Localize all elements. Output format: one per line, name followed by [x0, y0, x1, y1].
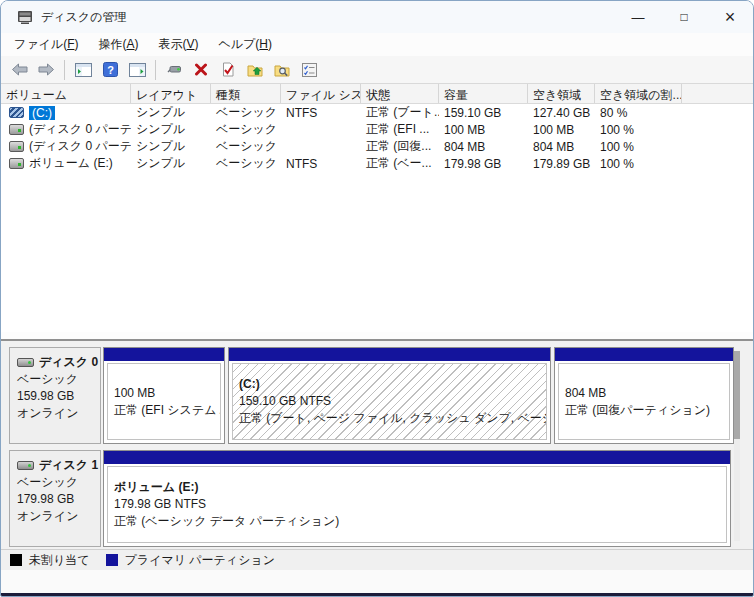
disk-status: オンライン [17, 508, 98, 525]
disk-0-row: ディスク 0 ベーシック 159.98 GB オンライン 100 MB 正常 (… [9, 347, 753, 444]
unallocated-label: 未割り当て [29, 552, 90, 569]
volume-name: (C:) [29, 106, 55, 120]
scrollbar-thumb[interactable] [734, 351, 740, 439]
status-cell: 正常 (EFI ... [361, 121, 439, 138]
volume-name-cell: ボリューム (E:) [1, 155, 131, 172]
close-button[interactable]: × [707, 1, 753, 33]
back-icon[interactable] [6, 58, 32, 81]
partition-color-bar [104, 348, 224, 361]
status-strip [1, 570, 753, 593]
partition-color-bar [555, 348, 733, 361]
toolbar: ? [1, 56, 753, 84]
partition-c[interactable]: (C:) 159.10 GB NTFS 正常 (ブート, ページ ファイル, ク… [228, 347, 551, 444]
free-percent-cell: 100 % [595, 157, 682, 171]
partition-status: 正常 (EFI システム パー [114, 402, 220, 419]
menu-action[interactable]: 操作(A) [88, 33, 148, 56]
partition-size: 179.98 GB NTFS [114, 496, 726, 513]
layout-cell: シンプル [131, 121, 211, 138]
header-filler [682, 84, 753, 103]
explore-folder-icon[interactable] [269, 58, 295, 81]
partition-name: ボリューム (E:) [114, 479, 726, 496]
volume-icon [9, 107, 24, 118]
drive-icon [17, 461, 34, 470]
rescan-device-icon[interactable] [161, 58, 187, 81]
disk-type: ベーシック [17, 371, 98, 388]
volume-name-cell: (C:) [1, 106, 131, 120]
table-row[interactable]: (ディスク 0 パーティシ... シンプル ベーシック 正常 (回復... 80… [1, 138, 753, 155]
filesystem-cell: NTFS [281, 157, 361, 171]
header-free-space[interactable]: 空き領域 [528, 84, 595, 103]
disk-size: 179.98 GB [17, 491, 98, 508]
title-bar: ディスクの管理 — □ × [1, 1, 753, 33]
window-title: ディスクの管理 [41, 9, 126, 26]
delete-icon[interactable] [188, 58, 214, 81]
partition-color-bar [229, 348, 550, 361]
partition-e[interactable]: ボリューム (E:) 179.98 GB NTFS 正常 (ベーシック データ … [103, 450, 731, 547]
status-cell: 正常 (ベー... [361, 155, 439, 172]
header-filesystem[interactable]: ファイル システム [281, 84, 361, 103]
header-capacity[interactable]: 容量 [439, 84, 528, 103]
capacity-cell: 179.98 GB [439, 157, 528, 171]
type-cell: ベーシック [211, 104, 281, 121]
open-folder-icon[interactable] [242, 58, 268, 81]
disk-1-row: ディスク 1 ベーシック 179.98 GB オンライン ボリューム (E:) … [9, 450, 753, 547]
primary-partition-swatch [106, 554, 118, 566]
free-percent-cell: 100 % [595, 123, 682, 137]
disk-type: ベーシック [17, 474, 98, 491]
header-volume[interactable]: ボリューム [1, 84, 131, 103]
free-space-cell: 179.89 GB [528, 157, 595, 171]
volume-icon [9, 124, 24, 135]
partition-status: 正常 (回復パーティション) [565, 402, 729, 419]
pane-splitter[interactable] [1, 332, 753, 341]
free-space-cell: 804 MB [528, 140, 595, 154]
header-status[interactable]: 状態 [361, 84, 439, 103]
show-console-tree-icon[interactable] [70, 58, 96, 81]
volume-icon [9, 158, 24, 169]
svg-text:?: ? [107, 64, 114, 76]
menu-file[interactable]: ファイル(F) [4, 33, 88, 56]
window-bottom-edge [1, 593, 753, 596]
menu-bar: ファイル(F) 操作(A) 表示(V) ヘルプ(H) [1, 33, 753, 56]
volume-name: (ディスク 0 パーティシ... [29, 138, 131, 155]
partition-size: 100 MB [114, 385, 220, 402]
table-row[interactable]: (C:) シンプル ベーシック NTFS 正常 (ブート... 159.10 G… [1, 104, 753, 121]
volume-name: ボリューム (E:) [29, 155, 113, 172]
header-free-percent[interactable]: 空き領域の割... [595, 84, 682, 103]
graphical-view: ディスク 0 ベーシック 159.98 GB オンライン 100 MB 正常 (… [1, 341, 753, 549]
disk-0-label[interactable]: ディスク 0 ベーシック 159.98 GB オンライン [9, 347, 101, 444]
volume-list-header: ボリューム レイアウト 種類 ファイル システム 状態 容量 空き領域 空き領域… [1, 84, 753, 104]
mark-active-icon[interactable] [215, 58, 241, 81]
filesystem-cell: NTFS [281, 106, 361, 120]
partition-name: (C:) [239, 376, 546, 393]
properties-icon[interactable] [296, 58, 322, 81]
minimize-button[interactable]: — [615, 1, 661, 33]
legend-bar: 未割り当て プライマリ パーティション [1, 549, 753, 570]
volume-list: ボリューム レイアウト 種類 ファイル システム 状態 容量 空き領域 空き領域… [1, 84, 753, 332]
partition-efi[interactable]: 100 MB 正常 (EFI システム パー [103, 347, 225, 444]
header-layout[interactable]: レイアウト [131, 84, 211, 103]
disk-name: ディスク 1 [39, 457, 98, 474]
partition-size: 804 MB [565, 385, 729, 402]
capacity-cell: 159.10 GB [439, 106, 528, 120]
disk-name: ディスク 0 [39, 354, 98, 371]
show-action-pane-icon[interactable] [124, 58, 150, 81]
vertical-scrollbar[interactable] [734, 351, 740, 541]
menu-help[interactable]: ヘルプ(H) [209, 33, 283, 56]
disk-1-label[interactable]: ディスク 1 ベーシック 179.98 GB オンライン [9, 450, 101, 547]
help-icon[interactable]: ? [97, 58, 123, 81]
free-percent-cell: 80 % [595, 106, 682, 120]
table-row[interactable]: (ディスク 0 パーティシ... シンプル ベーシック 正常 (EFI ... … [1, 121, 753, 138]
disk-size: 159.98 GB [17, 388, 98, 405]
menu-view[interactable]: 表示(V) [148, 33, 208, 56]
partition-recovery[interactable]: 804 MB 正常 (回復パーティション) [554, 347, 734, 444]
disk-status: オンライン [17, 405, 98, 422]
layout-cell: シンプル [131, 155, 211, 172]
toolbar-separator [155, 60, 156, 80]
app-icon [17, 10, 33, 24]
header-type[interactable]: 種類 [211, 84, 281, 103]
disk-management-window: ディスクの管理 — □ × ファイル(F) 操作(A) 表示(V) ヘルプ(H) [0, 0, 754, 597]
forward-icon[interactable] [33, 58, 59, 81]
free-space-cell: 127.40 GB [528, 106, 595, 120]
maximize-button[interactable]: □ [661, 1, 707, 33]
table-row[interactable]: ボリューム (E:) シンプル ベーシック NTFS 正常 (ベー... 179… [1, 155, 753, 172]
